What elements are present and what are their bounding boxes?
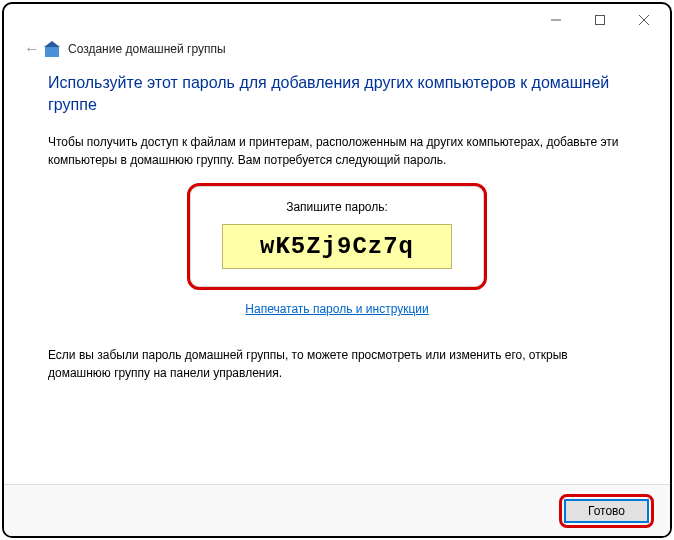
intro-text: Чтобы получить доступ к файлам и принтер… [48, 133, 626, 169]
wizard-window: ← Создание домашней группы Используйте э… [2, 2, 672, 538]
close-button[interactable] [622, 6, 666, 34]
note-text: Если вы забыли пароль домашней группы, т… [48, 346, 626, 382]
titlebar [4, 4, 670, 36]
wizard-header: ← Создание домашней группы [4, 36, 670, 68]
maximize-button[interactable] [578, 6, 622, 34]
minimize-button[interactable] [534, 6, 578, 34]
password-label: Запишите пароль: [208, 200, 466, 214]
back-arrow-icon[interactable]: ← [24, 40, 44, 58]
done-button[interactable]: Готово [565, 500, 648, 522]
password-panel: Запишите пароль: wK5Zj9Cz7q [187, 183, 487, 290]
main-instruction: Используйте этот пароль для добавления д… [48, 72, 626, 115]
wizard-footer: Готово [4, 484, 670, 536]
wizard-title: Создание домашней группы [68, 42, 226, 56]
print-link[interactable]: Напечатать пароль и инструкции [48, 302, 626, 316]
wizard-content: Используйте этот пароль для добавления д… [4, 68, 670, 382]
svg-rect-1 [596, 16, 605, 25]
done-highlight: Готово [559, 494, 654, 528]
password-value: wK5Zj9Cz7q [222, 224, 452, 269]
homegroup-icon [44, 41, 60, 57]
